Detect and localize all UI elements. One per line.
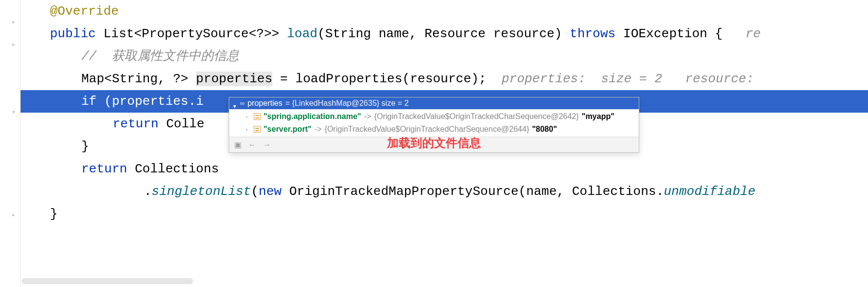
method-singletonlist: singletonList xyxy=(152,184,251,199)
code-line[interactable]: public List<PropertySource<?>> load(Stri… xyxy=(21,23,868,45)
fold-marker[interactable]: ▸ xyxy=(9,40,19,47)
map-entry-row[interactable]: › "server.port" -> {OriginTrackedValue$O… xyxy=(229,123,639,136)
code-line[interactable]: } xyxy=(21,203,868,225)
fold-marker[interactable]: ▸ xyxy=(9,211,19,217)
link-icon: ∞ xyxy=(240,98,244,109)
map-entry-row[interactable]: › "spring.application.name" -> {OriginTr… xyxy=(229,110,639,123)
fold-marker[interactable]: ▸ xyxy=(9,18,19,24)
entry-key: "server.port" xyxy=(264,123,312,136)
entry-key: "spring.application.name" xyxy=(264,110,361,123)
horizontal-scrollbar-thumb[interactable] xyxy=(22,278,193,284)
comment-text: // 获取属性文件中的信息 xyxy=(81,49,239,64)
popup-rows: › "spring.application.name" -> {OriginTr… xyxy=(229,109,639,137)
popup-header[interactable]: ▾ ∞ properties = {LinkedHashMap@2635} si… xyxy=(229,97,639,109)
annotation-text: 加载到的文件信息 xyxy=(387,135,481,151)
chevron-right-icon[interactable]: › xyxy=(246,110,251,123)
var-properties: properties xyxy=(196,72,272,86)
popup-var-type: = {LinkedHashMap@2635} size = 2 xyxy=(285,98,409,109)
nav-back-icon[interactable]: ← xyxy=(248,141,256,149)
entry-type: {OriginTrackedValue$OriginTrackedCharSeq… xyxy=(325,123,530,136)
kw-public: public xyxy=(50,26,96,41)
gutter: ▸ ▸ ▾ ▸ xyxy=(0,0,21,287)
code-line[interactable]: @Override xyxy=(21,0,868,23)
entry-value: "8080" xyxy=(532,123,557,136)
expand-icon[interactable]: ▣ xyxy=(234,140,241,149)
map-entry-icon xyxy=(254,126,261,133)
entry-type: {OriginTrackedValue$OriginTrackedCharSeq… xyxy=(374,110,579,123)
code-line[interactable]: Map<String, ?> properties = loadProperti… xyxy=(21,68,868,90)
code-line[interactable]: .singletonList(new OriginTrackedMapPrope… xyxy=(21,180,868,203)
chevron-right-icon[interactable]: › xyxy=(246,123,251,136)
fold-marker[interactable]: ▾ xyxy=(9,108,19,115)
code-editor[interactable]: ▸ ▸ ▾ ▸ @Override public List<PropertySo… xyxy=(0,0,868,287)
annotation-override: @Override xyxy=(50,4,119,19)
nav-forward-icon[interactable]: → xyxy=(263,141,271,149)
popup-var-name: properties xyxy=(247,98,282,109)
code-line[interactable]: // 获取属性文件中的信息 xyxy=(21,45,868,68)
code-area[interactable]: @Override public List<PropertySource<?>>… xyxy=(21,0,868,287)
code-line[interactable]: return Collections xyxy=(21,158,868,180)
entry-value: "myapp" xyxy=(582,110,615,123)
chevron-down-icon[interactable]: ▾ xyxy=(232,101,237,106)
debug-evaluate-popup[interactable]: ▾ ∞ properties = {LinkedHashMap@2635} si… xyxy=(229,97,639,153)
method-load: load xyxy=(287,26,317,41)
map-entry-icon xyxy=(254,113,261,120)
popup-footer: ▣ ← → 加载到的文件信息 xyxy=(229,137,639,152)
